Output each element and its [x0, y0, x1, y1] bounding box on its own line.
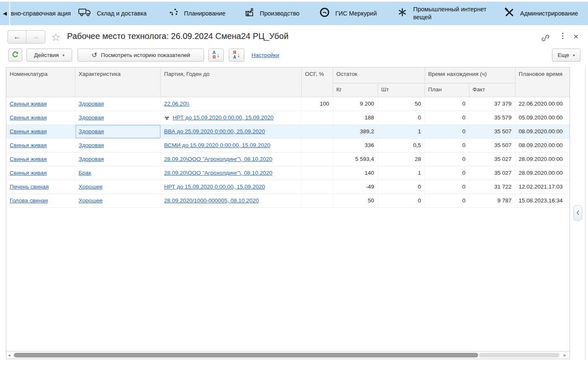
batch-link[interactable]: 28.09.20\ООО "Агрохолдинг"\, 08.10.2020: [164, 156, 272, 162]
horizontal-scrollbar[interactable]: ◂ ▸: [6, 351, 570, 359]
table-row[interactable]: Свинья живая Здоровая ☣НРТ до 15.09.2020…: [6, 111, 570, 124]
forward-button[interactable]: →: [26, 31, 45, 43]
refresh-button[interactable]: [8, 49, 22, 62]
history-clock-icon: ↺: [91, 51, 97, 59]
table-row-selected[interactable]: Свинья живая Здоровая ВВА до 25.09.2020 …: [6, 124, 570, 138]
batch-link[interactable]: 28.09.20\ООО "Агрохолдинг"\, 08.10.2020: [164, 170, 272, 176]
pcs-value: 0: [378, 111, 425, 124]
collapse-panel-button[interactable]: [573, 205, 582, 221]
characteristic-link[interactable]: Хорошее: [79, 184, 103, 190]
scroll-left-icon[interactable]: ◂: [8, 352, 10, 358]
nav-item-iot[interactable]: Промышленный интернет вещей: [397, 5, 495, 21]
actions-button[interactable]: Действия ▾: [26, 49, 72, 62]
table-row[interactable]: Печень свиная Хорошее НРТ до 15.09.2020 …: [6, 180, 570, 194]
nav-item-production[interactable]: Производство: [244, 8, 300, 20]
nav-item-planning[interactable]: Планирование: [168, 8, 225, 20]
characteristic-link[interactable]: Здоровая: [79, 101, 104, 107]
nav-item-label: вно-справочная ация: [11, 10, 74, 18]
nav-item-label: Склад и доставка: [97, 10, 147, 18]
more-label: Еще: [558, 52, 569, 58]
sort-az-icon: А Я: [212, 51, 215, 60]
col-header-planned-time[interactable]: Плановое время: [515, 67, 570, 97]
scroll-right-icon[interactable]: ▸: [564, 352, 566, 358]
table-row[interactable]: Свинья живая Здоровая ВСМИ до 15.09.2020…: [6, 138, 570, 152]
nav-item-administration[interactable]: Администрирование: [504, 7, 578, 20]
nomenclature-link[interactable]: Свинья живая: [10, 156, 47, 162]
selected-cell[interactable]: Здоровая: [75, 124, 161, 138]
pcs-value: 1: [378, 124, 425, 138]
plan-value: 0: [425, 111, 469, 124]
characteristic-link[interactable]: Здоровая: [79, 128, 104, 135]
col-header-plan[interactable]: План: [425, 83, 469, 97]
col-header-fact[interactable]: Факт: [469, 83, 515, 97]
nomenclature-link[interactable]: Свинья живая: [10, 114, 47, 121]
close-icon[interactable]: ×: [573, 32, 578, 41]
table-row[interactable]: Свинья живая Здоровая 28.09.20\ООО "Агро…: [6, 152, 570, 166]
osg-value: 100: [301, 97, 333, 111]
characteristic-link[interactable]: Здоровая: [79, 142, 104, 148]
kg-value: 140: [333, 166, 378, 180]
table-row[interactable]: Свинья живая Здоровая 22.06.20\\ 100 9 2…: [6, 97, 570, 111]
nomenclature-link[interactable]: Свинья живая: [10, 128, 47, 135]
osg-value: [301, 111, 333, 124]
tools-icon: [504, 7, 515, 20]
get-link-icon[interactable]: [541, 34, 550, 44]
nav-item-warehouse-delivery[interactable]: Склад и доставка: [78, 8, 147, 20]
col-header-batch[interactable]: Партия, Годен до: [161, 67, 301, 97]
characteristic-link[interactable]: Здоровая: [79, 114, 104, 121]
sort-za-icon: Я А: [233, 51, 236, 60]
sort-ascending-button[interactable]: А Я ↓: [208, 49, 224, 62]
kg-value: -49: [333, 180, 378, 194]
biohazard-icon: ☣: [164, 114, 170, 121]
kg-value: 5 593,4: [333, 152, 378, 166]
scrollbar-thumb[interactable]: [14, 353, 478, 357]
nomenclature-link[interactable]: Голова свиная: [10, 197, 48, 204]
batch-link[interactable]: ВВА до 25.09.2020 0:00:00, 25.09.2020: [164, 128, 265, 135]
table-row[interactable]: Голова свиная Хорошее 28.09.2020/1000-00…: [6, 194, 570, 207]
col-header-nomenclature[interactable]: Номенклатура: [6, 67, 75, 97]
window-menu-icon[interactable]: ⋮: [559, 32, 566, 39]
batch-link[interactable]: 28.09.2020/1000-000005, 08.10.2020: [164, 197, 259, 204]
nav-item-reference-info[interactable]: вно-справочная ация: [11, 10, 74, 18]
table-row[interactable]: Свинья живая Брак 28.09.20\ООО "Агрохолд…: [6, 166, 570, 180]
plan-value: 0: [425, 97, 469, 111]
plan-value: 0: [425, 180, 469, 194]
more-button[interactable]: Еще ▾: [552, 49, 580, 62]
refresh-icon: [12, 51, 19, 60]
characteristic-link[interactable]: Здоровая: [79, 156, 104, 162]
page-title: Рабочее место технолога: 26.09.2024 Смен…: [67, 31, 288, 41]
chevron-down-icon: ▾: [573, 53, 575, 57]
sort-descending-button[interactable]: Я А ↓: [229, 49, 244, 62]
col-header-time-group[interactable]: Время нахождения (ч): [425, 67, 515, 83]
favorite-star-icon[interactable]: ☆: [51, 31, 60, 43]
nomenclature-link[interactable]: Печень свиная: [10, 184, 49, 190]
view-history-label: Посмотреть историю показателей: [101, 52, 190, 58]
kg-value: 50: [333, 194, 378, 207]
nav-item-gis-mercury[interactable]: ГИС Меркурий: [319, 7, 377, 20]
batch-link[interactable]: НРТ до 15.09.2020 0:00:00, 15.09.2020: [164, 184, 265, 190]
batch-link[interactable]: 22.06.20\\: [164, 101, 189, 107]
col-header-remainder[interactable]: Остаток: [333, 67, 425, 83]
batch-link[interactable]: НРТ до 15.09.2020 0:00:00, 15.09.2020: [173, 114, 274, 121]
col-header-pcs[interactable]: Шт: [378, 83, 425, 97]
actions-label: Действия: [34, 52, 59, 58]
characteristic-link[interactable]: Хорошее: [79, 197, 103, 204]
col-header-characteristic[interactable]: Характеристика: [75, 67, 161, 97]
nomenclature-link[interactable]: Свинья живая: [10, 142, 47, 148]
fact-value: 35 579: [469, 111, 515, 124]
nomenclature-link[interactable]: Свинья живая: [10, 170, 47, 176]
view-history-button[interactable]: ↺ Посмотреть историю показателей: [78, 49, 204, 62]
nav-scroll-left-icon[interactable]: ◀: [3, 10, 7, 16]
characteristic-link[interactable]: Брак: [79, 170, 91, 176]
col-header-kg[interactable]: Кг: [333, 83, 378, 97]
osg-value: [301, 124, 333, 138]
plan-value: 0: [425, 138, 469, 152]
forward-arrow-icon: →: [32, 33, 39, 41]
col-header-osg[interactable]: ОСГ, %: [301, 67, 333, 97]
batch-link[interactable]: ВСМИ до 15.09.2020 0:00:00, 15.09.2020: [164, 142, 270, 148]
scrollbar-track[interactable]: [479, 353, 560, 357]
settings-link[interactable]: Настройки: [251, 49, 279, 62]
pcs-value: 0: [378, 180, 425, 194]
back-button[interactable]: ←: [8, 31, 26, 43]
nomenclature-link[interactable]: Свинья живая: [10, 101, 47, 107]
